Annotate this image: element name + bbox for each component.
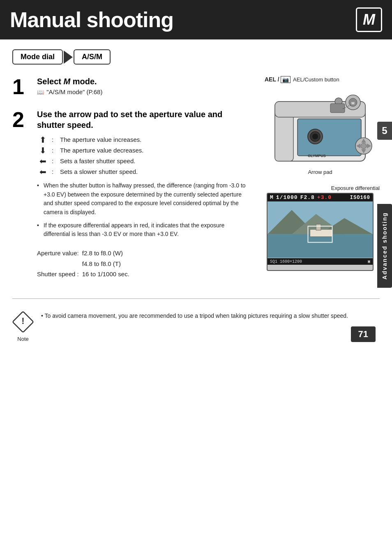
colon-1: : — [52, 135, 57, 144]
note-diamond-svg: ! — [12, 311, 34, 333]
book-icon: 📖 — [37, 89, 44, 95]
step-1: 1 Select M mode. 📖 "A/S/M mode" (P.68) — [12, 76, 252, 97]
steps-right: AEL / 📷 AEL/Custom button M — [252, 76, 380, 291]
note-text: • To avoid camera movement, you are reco… — [41, 311, 348, 320]
aperture-values: f2.8 to f8.0 (W) f4.8 to f8.0 (T) — [82, 248, 123, 269]
step-2-content: Use the arrow pad to set the aperture va… — [37, 109, 252, 280]
mode-badge: M — [356, 7, 382, 32]
arrow-list-item-up: ⬆ : The aperture value increases. — [37, 135, 252, 144]
step-1-bold-m: M — [63, 77, 70, 86]
step-1-number: 1 — [12, 76, 30, 97]
svg-rect-25 — [310, 229, 332, 237]
arrow-pad-label: Arrow pad — [261, 169, 380, 175]
steps-area: 1 Select M mode. 📖 "A/S/M mode" (P.68) 2… — [12, 76, 380, 291]
down-arrow-icon: ⬇ — [37, 146, 48, 155]
svg-text:!: ! — [21, 316, 24, 326]
asm-box: A/S/M — [74, 49, 111, 65]
arrow-icon — [64, 51, 73, 64]
specs-block: Aperture value: f2.8 to f8.0 (W) f4.8 to… — [37, 248, 252, 280]
lcd-ev: +3.0 — [317, 194, 332, 201]
note-text-content: To avoid camera movement, you are recomm… — [45, 312, 348, 319]
lcd-iso: ISO160 — [350, 195, 370, 201]
left-arrow-icon: ⬅ — [37, 157, 48, 166]
lcd-screen: M 1/1000 F2.8 +3.0 ISO160 — [267, 193, 374, 271]
side-number: 5 — [377, 122, 392, 140]
lcd-bottom-bar: SQ1 1600×1200 ▣ — [267, 258, 373, 265]
svg-point-18 — [361, 143, 367, 149]
bullet-list: When the shutter button is halfway press… — [37, 181, 252, 239]
lcd-aperture: F2.8 — [300, 194, 315, 201]
step-1-ref: 📖 "A/S/M mode" (P.68) — [37, 88, 252, 95]
note-section: ! Note • To avoid camera movement, you a… — [12, 306, 380, 342]
aperture-label: Aperture value: — [37, 248, 79, 269]
svg-rect-8 — [297, 119, 361, 156]
mode-dial-row: Mode dial A/S/M — [12, 49, 380, 65]
svg-text:M: M — [351, 101, 355, 105]
lcd-area: Exposure differential M 1/1000 F2.8 +3.0… — [261, 185, 380, 271]
arrow-list-item-right: ⬅ : Sets a slower shutter speed. — [37, 167, 252, 176]
step-1-title-select: Select — [37, 77, 63, 86]
lcd-bottom-icon: ▣ — [368, 259, 370, 264]
page-number: 71 — [351, 326, 376, 342]
ael-sub-text: AEL/Custom button — [293, 76, 339, 83]
camera-illustration: M OLYMPUS — [267, 85, 374, 167]
main-content: Mode dial A/S/M 1 Select M mode. 📖 "A/S/… — [0, 39, 392, 350]
right-arrow-icon: ⬅ — [37, 167, 48, 176]
lcd-scene-svg — [267, 201, 373, 258]
shutter-val: 16 to 1/1000 sec. — [82, 269, 129, 280]
lcd-image-area — [267, 201, 373, 258]
shutter-label: Shutter speed : — [37, 269, 79, 280]
page-title: Manual shooting — [10, 7, 173, 32]
lcd-shutter: 1/1000 — [276, 194, 298, 201]
up-arrow-desc: The aperture value increases. — [60, 135, 141, 144]
step-1-ref-text: "A/S/M mode" (P.68) — [46, 88, 102, 95]
mode-dial-box: Mode dial — [12, 49, 63, 65]
note-label: Note — [17, 336, 28, 342]
colon-3: : — [52, 157, 57, 165]
step-2: 2 Use the arrow pad to set the aperture … — [12, 109, 252, 280]
ael-bold: AEL / — [265, 76, 279, 83]
svg-text:OLYMPUS: OLYMPUS — [308, 154, 326, 158]
colon-4: : — [52, 167, 57, 176]
bullet-1: When the shutter button is halfway press… — [37, 181, 252, 217]
note-bullet: • — [41, 312, 45, 319]
exposure-diff-label: Exposure differential — [261, 185, 380, 191]
steps-left: 1 Select M mode. 📖 "A/S/M mode" (P.68) 2… — [12, 76, 252, 291]
right-arrow-desc: Sets a slower shutter speed. — [60, 167, 138, 176]
step-2-title: Use the arrow pad to set the aperture va… — [37, 109, 252, 130]
svg-point-12 — [312, 134, 318, 139]
aperture-spec-line: Aperture value: f2.8 to f8.0 (W) f4.8 to… — [37, 248, 252, 269]
aperture-val2: f4.8 to f8.0 (T) — [82, 259, 123, 269]
aperture-val1: f2.8 to f8.0 (W) — [82, 248, 123, 259]
svg-rect-7 — [330, 104, 345, 113]
svg-rect-26 — [316, 224, 321, 230]
step-1-title: Select M mode. — [37, 76, 252, 87]
note-diamond-wrap: ! — [12, 311, 34, 333]
note-icon-wrap: ! Note — [12, 311, 34, 342]
arrow-list: ⬆ : The aperture value increases. ⬇ : Th… — [37, 135, 252, 176]
arrow-list-item-down: ⬇ : The aperture value decreases. — [37, 146, 252, 155]
bullet-2: If the exposure differential appears in … — [37, 221, 252, 239]
shutter-spec-line: Shutter speed : 16 to 1/1000 sec. — [37, 269, 252, 280]
colon-2: : — [52, 146, 57, 155]
down-arrow-desc: The aperture value decreases. — [60, 146, 143, 155]
camera-area: AEL / 📷 AEL/Custom button M — [261, 76, 380, 175]
up-arrow-icon: ⬆ — [37, 135, 48, 144]
step-1-title-mode: mode. — [70, 77, 97, 86]
arrow-list-item-left: ⬅ : Sets a faster shutter speed. — [37, 157, 252, 166]
lcd-mode: M — [270, 194, 274, 201]
ael-icon: 📷 — [281, 76, 291, 83]
step-1-content: Select M mode. 📖 "A/S/M mode" (P.68) — [37, 76, 252, 95]
step-2-number: 2 — [12, 109, 30, 130]
page-header: Manual shooting M — [0, 0, 392, 39]
left-arrow-desc: Sets a faster shutter speed. — [60, 157, 135, 165]
svg-rect-24 — [267, 234, 373, 258]
lcd-top-bar: M 1/1000 F2.8 +3.0 ISO160 — [267, 194, 373, 201]
side-tab: Advanced shooting — [377, 204, 392, 288]
lcd-bottom-text: SQ1 1600×1200 — [270, 259, 302, 264]
ael-label: AEL / 📷 AEL/Custom button — [261, 76, 380, 83]
section-divider — [12, 298, 380, 299]
